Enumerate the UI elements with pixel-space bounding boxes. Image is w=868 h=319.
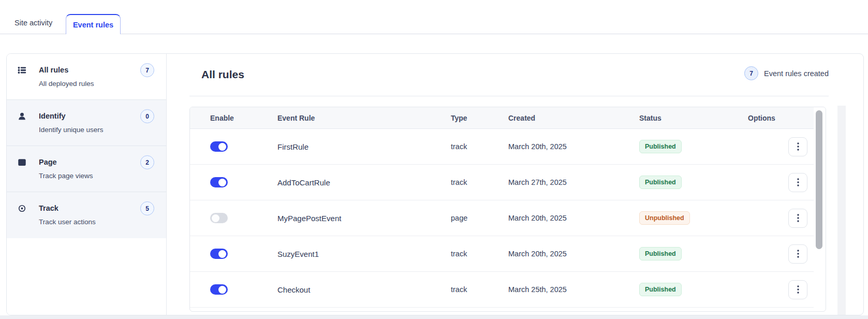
sidebar-item-title: Page	[39, 158, 57, 166]
rule-type: track	[451, 178, 508, 186]
column-header-created: Created	[508, 114, 639, 122]
toggle-knob	[218, 143, 226, 151]
sidebar-item-identify[interactable]: Identify 0 Identify unique users	[7, 100, 166, 146]
toggle-knob	[218, 286, 226, 294]
table-row: AddToCartRule track March 27th, 2025 Pub…	[190, 165, 814, 200]
enable-toggle[interactable]	[210, 213, 228, 223]
summary-badge: 7 Event rules created	[744, 66, 829, 80]
toggle-knob	[218, 250, 226, 258]
kebab-icon	[797, 285, 799, 294]
column-header-options: Options	[748, 114, 814, 122]
sidebar-item-description: All deployed rules	[39, 80, 94, 88]
rule-count-badge: 2	[140, 155, 154, 169]
rules-sidebar: All rules 7 All deployed rules Identify …	[7, 54, 167, 315]
options-kebab-button[interactable]	[788, 173, 807, 192]
column-header-enable: Enable	[210, 114, 277, 122]
status-badge: Unpublished	[639, 211, 690, 225]
table-row: SuzyEvent1 track March 20th, 2025 Publis…	[190, 236, 814, 272]
sidebar-item-title: Identify	[39, 112, 66, 120]
sidebar-item-description: Identify unique users	[39, 126, 104, 134]
sidebar-item-description: Track page views	[39, 172, 93, 180]
enable-toggle[interactable]	[210, 249, 228, 259]
rule-count-badge: 7	[140, 63, 154, 77]
status-badge: Published	[639, 176, 682, 189]
panel-scrollbar-track[interactable]	[837, 106, 846, 315]
kebab-icon	[797, 214, 799, 222]
summary-count-badge: 7	[744, 66, 758, 80]
rule-type: track	[451, 285, 508, 294]
options-kebab-button[interactable]	[788, 137, 807, 156]
status-badge: Published	[639, 283, 682, 296]
sidebar-item-page[interactable]: Page 2 Track page views	[7, 146, 166, 192]
event-rules-panel: All rules 7 All deployed rules Identify …	[6, 53, 864, 315]
rule-name: MyPagePostEvent	[277, 214, 451, 223]
user-icon	[18, 112, 26, 121]
options-kebab-button[interactable]	[788, 244, 807, 264]
column-header-status: Status	[639, 114, 748, 122]
table-vertical-scrollbar[interactable]	[816, 110, 822, 249]
status-badge: Published	[639, 247, 682, 260]
column-header-event-rule: Event Rule	[277, 114, 451, 122]
rule-count-badge: 0	[140, 109, 154, 123]
table-row: FirstRule track March 20th, 2025 Publish…	[190, 129, 814, 165]
table-row: Checkout track March 25th, 2025 Publishe…	[190, 272, 814, 308]
rule-created: March 20th, 2025	[508, 214, 639, 222]
sidebar-item-description: Track user actions	[39, 218, 96, 226]
bottom-scrollbar-track[interactable]	[0, 315, 868, 319]
rule-type: track	[451, 250, 508, 258]
table-row: MyPagePostEvent page March 20th, 2025 Un…	[190, 200, 814, 236]
options-kebab-button[interactable]	[788, 280, 807, 299]
kebab-icon	[797, 250, 799, 258]
kebab-icon	[797, 178, 799, 186]
toggle-knob	[212, 214, 219, 222]
tab-site-activity[interactable]: Site activity	[14, 19, 52, 27]
column-header-type: Type	[451, 114, 508, 122]
rule-created: March 27th, 2025	[508, 178, 639, 186]
rule-count-badge: 5	[140, 201, 154, 215]
page: Site activity Event rules All rules 7 Al…	[0, 0, 868, 319]
enable-toggle[interactable]	[210, 284, 228, 295]
sidebar-item-track[interactable]: Track 5 Track user actions	[7, 192, 166, 238]
sidebar-item-all-rules[interactable]: All rules 7 All deployed rules	[7, 54, 166, 100]
tabbar-divider	[0, 34, 868, 34]
rule-type: page	[451, 214, 508, 222]
rule-created: March 20th, 2025	[508, 142, 639, 151]
sidebar-item-title: All rules	[39, 66, 68, 74]
sidebar-item-title: Track	[39, 204, 58, 212]
tab-event-rules[interactable]: Event rules	[66, 14, 121, 34]
rule-name: SuzyEvent1	[277, 250, 451, 258]
list-icon	[18, 66, 26, 75]
rule-type: track	[451, 142, 508, 151]
rule-name: Checkout	[277, 285, 451, 294]
rule-created: March 20th, 2025	[508, 250, 639, 258]
kebab-icon	[797, 142, 799, 151]
rule-name: AddToCartRule	[277, 178, 451, 187]
rule-name: FirstRule	[277, 142, 451, 151]
header-divider	[189, 96, 829, 96]
rules-table: Enable Event Rule Type Created Status Op…	[189, 107, 826, 312]
target-icon	[18, 204, 26, 213]
options-kebab-button[interactable]	[788, 209, 807, 228]
main-content: All rules 7 Event rules created Enable E…	[167, 54, 864, 315]
page-title: All rules	[201, 68, 244, 81]
table-header-row: Enable Event Rule Type Created Status Op…	[190, 107, 814, 129]
window-icon	[18, 158, 26, 167]
status-badge: Published	[639, 140, 682, 153]
toggle-knob	[218, 179, 226, 186]
rule-created: March 25th, 2025	[508, 285, 639, 294]
enable-toggle[interactable]	[210, 177, 228, 187]
enable-toggle[interactable]	[210, 141, 228, 152]
summary-label: Event rules created	[764, 69, 829, 78]
